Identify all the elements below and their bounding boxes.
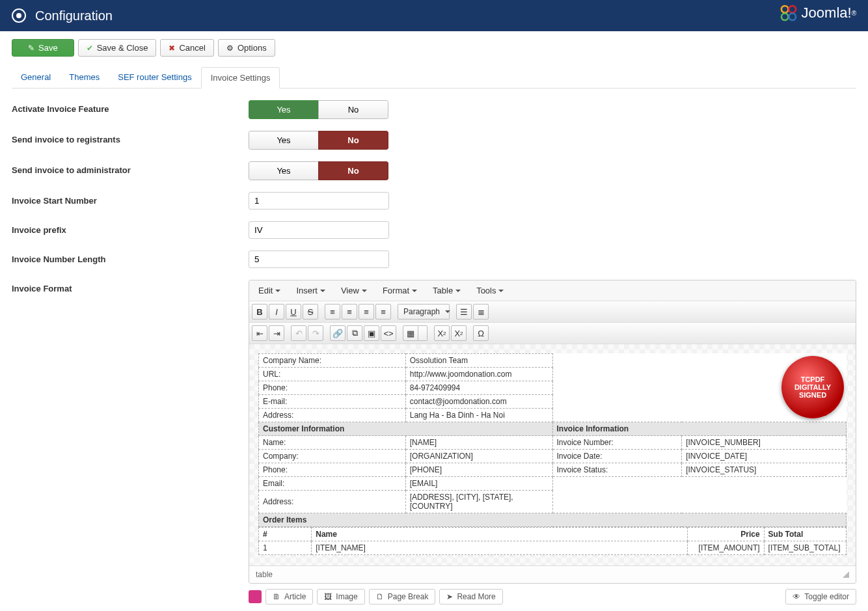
eye-icon: 👁	[793, 592, 800, 601]
tcpdf-seal-image: TCPDF DIGITALLY SIGNED	[781, 356, 844, 418]
chevron-down-icon	[275, 290, 280, 292]
file-icon: 🗎	[273, 592, 280, 601]
link-button[interactable]: 🔗	[330, 325, 346, 341]
prefix-input[interactable]	[249, 221, 389, 239]
check-icon: ✔	[87, 44, 93, 53]
start-number-label: Invoice Start Number	[12, 192, 249, 210]
send-registrants-label: Send invoice to registrants	[12, 131, 249, 150]
menu-insert[interactable]: Insert	[296, 286, 325, 295]
image-button[interactable]: ▣	[364, 325, 379, 341]
toggle-editor-button[interactable]: 👁Toggle editor	[785, 589, 856, 604]
pagebreak-icon: 🗋	[376, 592, 384, 601]
tab-bar: General Themes SEF router Settings Invoi…	[12, 67, 856, 88]
activate-invoice-label: Activate Invoice Feature	[12, 100, 249, 119]
page-title: Configuration	[35, 8, 113, 23]
align-left-button[interactable]: ≡	[325, 304, 340, 319]
chevron-down-icon	[455, 290, 461, 292]
article-button[interactable]: 🗎Article	[265, 589, 313, 604]
table-row[interactable]: Order Items	[259, 513, 847, 527]
format-select[interactable]: Paragraph	[398, 304, 450, 319]
align-center-button[interactable]: ≡	[342, 304, 357, 319]
options-button[interactable]: ⚙ Options	[218, 39, 275, 57]
svg-point-3	[789, 14, 796, 21]
joomla-icon	[780, 4, 798, 22]
table-row[interactable]: Phone:[PHONE] Invoice Status:[INVOICE_ST…	[259, 463, 847, 477]
outdent-button[interactable]: ⇤	[252, 325, 267, 341]
editor-content-area[interactable]: TCPDF DIGITALLY SIGNED Company Name: Oss…	[249, 344, 856, 565]
insert-image-button[interactable]: 🖼Image	[317, 589, 364, 604]
underline-button[interactable]: U	[286, 304, 301, 319]
brand-text: Joomla!	[802, 5, 852, 21]
joomla-logo: Joomla!®	[780, 4, 856, 22]
special-char-button[interactable]: Ω	[473, 325, 489, 341]
table-row[interactable]: Company:[ORGANIZATION] Invoice Date:[INV…	[259, 450, 847, 463]
editor-menubar: Edit Insert View Format Table Tools	[249, 280, 856, 301]
tab-invoice-settings[interactable]: Invoice Settings	[201, 67, 280, 88]
code-button[interactable]: <>	[381, 325, 396, 341]
editor-toolbar-row2: ⇤ ⇥ ↶ ↷ 🔗 ⧉ ▣ <> ▦ X2 X2	[249, 323, 856, 344]
chevron-down-icon	[445, 310, 450, 313]
gear-icon: ⚙	[226, 44, 234, 53]
number-length-input[interactable]	[249, 251, 389, 268]
start-number-input[interactable]	[249, 192, 389, 210]
editor-toolbar-row1: B I U S ≡ ≡ ≡ ≡ Paragraph ☰ ≣	[249, 301, 856, 323]
options-label: Options	[237, 43, 267, 53]
numbered-list-button[interactable]: ≣	[473, 304, 489, 319]
activate-invoice-no[interactable]: No	[318, 100, 388, 119]
superscript-button[interactable]: X2	[451, 325, 467, 341]
table-row[interactable]: Company Name: Ossolution Team	[259, 354, 847, 368]
strikethrough-button[interactable]: S	[303, 304, 318, 319]
page-break-button[interactable]: 🗋Page Break	[369, 589, 436, 604]
send-admin-toggle: Yes No	[249, 161, 388, 180]
cancel-icon: ✖	[169, 44, 175, 53]
table-row[interactable]: Name:[NAME] Invoice Number:[INVOICE_NUMB…	[259, 436, 847, 450]
send-admin-label: Send invoice to administrator	[12, 161, 249, 180]
activate-invoice-yes[interactable]: Yes	[249, 100, 319, 119]
cancel-button[interactable]: ✖ Cancel	[160, 39, 213, 57]
invoice-template-table[interactable]: Company Name: Ossolution Team URL:http:/…	[258, 353, 847, 527]
order-items-table[interactable]: # Name Price Sub Total 1 [ITEM_NAME] [IT…	[258, 527, 847, 555]
tab-sef[interactable]: SEF router Settings	[109, 67, 200, 88]
menu-format[interactable]: Format	[383, 286, 417, 295]
chevron-down-icon	[320, 290, 325, 292]
send-registrants-yes[interactable]: Yes	[249, 131, 319, 150]
module-icon[interactable]	[249, 590, 262, 603]
redo-button[interactable]: ↷	[308, 325, 323, 341]
tab-general[interactable]: General	[12, 67, 60, 88]
read-more-button[interactable]: ➤Read More	[439, 589, 502, 604]
readmore-icon: ➤	[446, 592, 453, 601]
action-toolbar: ✎ Save ✔ Save & Close ✖ Cancel ⚙ Options	[0, 31, 868, 64]
italic-button[interactable]: I	[269, 304, 284, 319]
tab-themes[interactable]: Themes	[60, 67, 109, 88]
table-row[interactable]: 1 [ITEM_NAME] [ITEM_AMOUNT] [ITEM_SUB_TO…	[259, 541, 847, 555]
undo-button[interactable]: ↶	[291, 325, 306, 341]
table-split-button[interactable]: ▦	[403, 325, 427, 341]
menu-table[interactable]: Table	[433, 286, 461, 295]
align-right-button[interactable]: ≡	[359, 304, 374, 319]
resize-handle[interactable]	[843, 571, 849, 578]
save-label: Save	[38, 43, 58, 53]
send-registrants-no[interactable]: No	[318, 131, 388, 150]
save-button[interactable]: ✎ Save	[12, 39, 74, 57]
editor-path[interactable]: table	[256, 570, 273, 579]
subscript-button[interactable]: X2	[434, 325, 450, 341]
chevron-down-icon	[412, 290, 417, 292]
menu-tools[interactable]: Tools	[476, 286, 504, 295]
send-admin-yes[interactable]: Yes	[249, 161, 319, 180]
menu-edit[interactable]: Edit	[258, 286, 280, 295]
chevron-down-icon	[498, 290, 504, 292]
bold-button[interactable]: B	[252, 304, 267, 319]
cancel-label: Cancel	[179, 43, 205, 53]
table-row[interactable]: Email:[EMAIL]	[259, 477, 847, 491]
table-row[interactable]: # Name Price Sub Total	[259, 528, 847, 541]
menu-view[interactable]: View	[341, 286, 367, 295]
align-justify-button[interactable]: ≡	[375, 304, 391, 319]
number-length-label: Invoice Number Length	[12, 251, 249, 268]
indent-button[interactable]: ⇥	[269, 325, 284, 341]
save-close-button[interactable]: ✔ Save & Close	[78, 39, 157, 57]
bullet-list-button[interactable]: ☰	[456, 304, 472, 319]
table-row[interactable]: Customer Information Invoice Information	[259, 422, 847, 436]
send-admin-no[interactable]: No	[318, 161, 388, 180]
editor-statusbar: table	[249, 565, 856, 583]
unlink-button[interactable]: ⧉	[347, 325, 362, 341]
